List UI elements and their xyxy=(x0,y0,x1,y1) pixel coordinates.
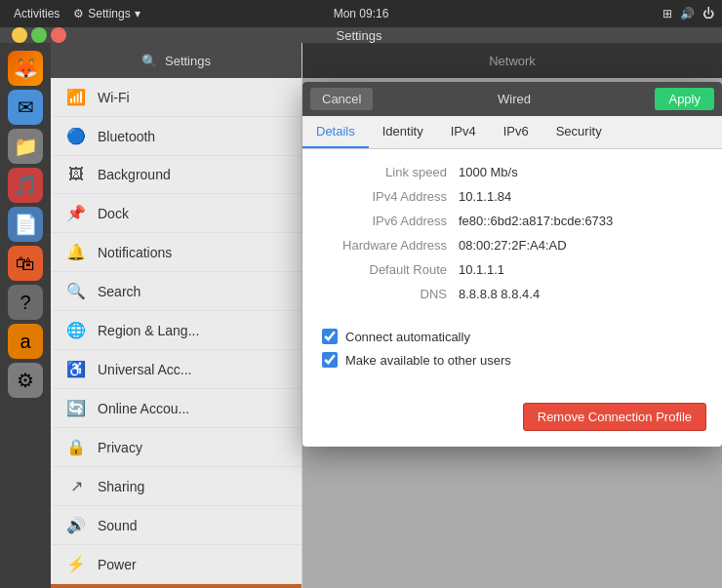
dialog-tabs: Details Identity IPv4 IPv6 Security xyxy=(302,116,722,149)
sidebar-label-bluetooth: Bluetooth xyxy=(98,129,155,144)
app-icon-docs[interactable]: 📄 xyxy=(8,207,43,242)
clock: Mon 09:16 xyxy=(334,7,389,20)
dropdown-arrow-icon: ▾ xyxy=(135,7,140,20)
window-controls xyxy=(12,27,66,43)
sidebar-label-privacy: Privacy xyxy=(98,440,142,455)
available-users-label: Make available to other users xyxy=(345,353,511,368)
detail-link-speed-value: 1000 Mb/s xyxy=(459,165,518,179)
tab-security[interactable]: Security xyxy=(542,116,616,148)
detail-link-speed-label: Link speed xyxy=(322,165,459,179)
window-titlebar: Settings xyxy=(0,27,722,43)
sidebar-item-region[interactable]: 🌐 Region & Lang... xyxy=(51,311,301,350)
tab-ipv6[interactable]: IPv6 xyxy=(490,116,542,148)
bluetooth-icon: 🔵 xyxy=(66,127,86,145)
network-icon[interactable]: ⊞ xyxy=(662,7,672,20)
remove-connection-button[interactable]: Remove Connection Profile xyxy=(523,403,706,431)
dialog-body: Link speed 1000 Mb/s IPv4 Address 10.1.1… xyxy=(302,149,722,391)
search-icon: 🔍 xyxy=(66,282,86,300)
dialog-titlebar: Cancel Wired Apply xyxy=(302,82,722,116)
dialog-apply-button[interactable]: Apply xyxy=(655,88,714,110)
sound-icon: 🔊 xyxy=(66,516,86,534)
sidebar-label-online-accounts: Online Accou... xyxy=(98,401,189,416)
power-icon[interactable]: ⏻ xyxy=(702,7,714,20)
activities-button[interactable]: Activities xyxy=(8,5,65,22)
detail-dns: DNS 8.8.8.8 8.8.4.4 xyxy=(322,287,702,301)
settings-sidebar-header: 🔍 Settings xyxy=(51,43,301,78)
sidebar-item-universal[interactable]: ♿ Universal Acc... xyxy=(51,350,301,389)
volume-icon[interactable]: 🔊 xyxy=(680,7,695,20)
search-icon: 🔍 xyxy=(141,54,157,68)
sidebar-item-search[interactable]: 🔍 Search xyxy=(51,272,301,311)
sidebar-item-network[interactable]: 🌐 Network xyxy=(51,584,301,588)
checkbox-available-users[interactable]: Make available to other users xyxy=(322,352,702,368)
detail-ipv4-address: IPv4 Address 10.1.1.84 xyxy=(322,189,702,204)
auto-connect-checkbox[interactable] xyxy=(322,329,338,344)
maximize-button[interactable] xyxy=(31,27,47,43)
app-icon-music[interactable]: 🎵 xyxy=(8,168,43,203)
auto-connect-label: Connect automatically xyxy=(345,330,470,344)
app-sidebar: 🦊 ✉ 📁 🎵 📄 🛍 ? a ⚙ xyxy=(0,43,51,588)
minimize-button[interactable] xyxy=(12,27,27,43)
dialog-footer: Remove Connection Profile xyxy=(302,391,722,447)
settings-menu[interactable]: ⚙ Settings ▾ xyxy=(73,7,140,20)
sidebar-label-search: Search xyxy=(98,284,140,299)
tab-identity[interactable]: Identity xyxy=(369,116,437,148)
detail-link-speed: Link speed 1000 Mb/s xyxy=(322,165,702,179)
app-icon-mail[interactable]: ✉ xyxy=(8,90,43,125)
sidebar-item-power[interactable]: ⚡ Power xyxy=(51,545,301,584)
detail-route-label: Default Route xyxy=(322,262,459,277)
sidebar-label-wifi: Wi-Fi xyxy=(98,90,130,105)
app-icon-help[interactable]: ? xyxy=(8,285,43,320)
sidebar-item-wifi[interactable]: 📶 Wi-Fi xyxy=(51,78,301,117)
gear-icon: ⚙ xyxy=(73,7,84,20)
wifi-icon: 📶 xyxy=(66,88,86,106)
tab-ipv4[interactable]: IPv4 xyxy=(437,116,490,148)
sidebar-label-power: Power xyxy=(98,557,137,572)
sidebar-label-dock: Dock xyxy=(98,206,129,221)
dock-icon: 📌 xyxy=(66,204,86,222)
detail-hw-label: Hardware Address xyxy=(322,238,459,253)
wired-dialog: Cancel Wired Apply Details Identity IPv4… xyxy=(302,82,722,447)
dialog-overlay: Cancel Wired Apply Details Identity IPv4… xyxy=(302,43,722,588)
app-icon-firefox[interactable]: 🦊 xyxy=(8,51,43,86)
dialog-cancel-button[interactable]: Cancel xyxy=(310,88,373,110)
app-icon-store[interactable]: 🛍 xyxy=(8,246,43,281)
sidebar-item-background[interactable]: 🖼 Background xyxy=(51,156,301,194)
sidebar-item-sound[interactable]: 🔊 Sound xyxy=(51,506,301,545)
sidebar-label-sharing: Sharing xyxy=(98,479,144,494)
detail-ipv4-value: 10.1.1.84 xyxy=(459,189,511,204)
sidebar-item-online-accounts[interactable]: 🔄 Online Accou... xyxy=(51,389,301,428)
power-icon: ⚡ xyxy=(66,555,86,573)
detail-dns-value: 8.8.8.8 8.8.4.4 xyxy=(459,287,540,301)
close-button[interactable] xyxy=(51,27,66,43)
detail-hardware-address: Hardware Address 08:00:27:2F:A4:AD xyxy=(322,238,702,253)
online-accounts-icon: 🔄 xyxy=(66,399,86,417)
detail-ipv6-value: fe80::6bd2:a817:bcde:6733 xyxy=(459,214,613,228)
sidebar-item-notifications[interactable]: 🔔 Notifications xyxy=(51,233,301,272)
sharing-icon: ↗ xyxy=(66,477,86,495)
detail-route-value: 10.1.1.1 xyxy=(459,262,504,277)
sidebar-label-notifications: Notifications xyxy=(98,245,172,260)
settings-main: Network Wired + Wired ⚙ Cancel Wired xyxy=(302,43,722,588)
detail-ipv4-label: IPv4 Address xyxy=(322,189,459,204)
universal-icon: ♿ xyxy=(66,360,86,378)
app-icon-amazon[interactable]: a xyxy=(8,324,43,359)
notifications-icon: 🔔 xyxy=(66,243,86,261)
settings-menu-label: Settings xyxy=(88,7,130,20)
detail-default-route: Default Route 10.1.1.1 xyxy=(322,262,702,277)
sidebar-label-sound: Sound xyxy=(98,518,137,533)
sidebar-item-sharing[interactable]: ↗ Sharing xyxy=(51,467,301,506)
tab-details[interactable]: Details xyxy=(302,116,369,148)
sidebar-item-privacy[interactable]: 🔒 Privacy xyxy=(51,428,301,467)
detail-hw-value: 08:00:27:2F:A4:AD xyxy=(459,238,567,253)
available-users-checkbox[interactable] xyxy=(322,352,338,368)
sidebar-item-bluetooth[interactable]: 🔵 Bluetooth xyxy=(51,117,301,156)
checkbox-auto-connect[interactable]: Connect automatically xyxy=(322,329,702,344)
privacy-icon: 🔒 xyxy=(66,438,86,456)
content-area: 🦊 ✉ 📁 🎵 📄 🛍 ? a ⚙ 🔍 Settings xyxy=(0,43,722,588)
app-icon-settings[interactable]: ⚙ xyxy=(8,363,43,398)
sidebar-item-dock[interactable]: 📌 Dock xyxy=(51,194,301,233)
detail-dns-label: DNS xyxy=(322,287,459,301)
app-icon-files[interactable]: 📁 xyxy=(8,129,43,164)
background-icon: 🖼 xyxy=(66,166,86,183)
